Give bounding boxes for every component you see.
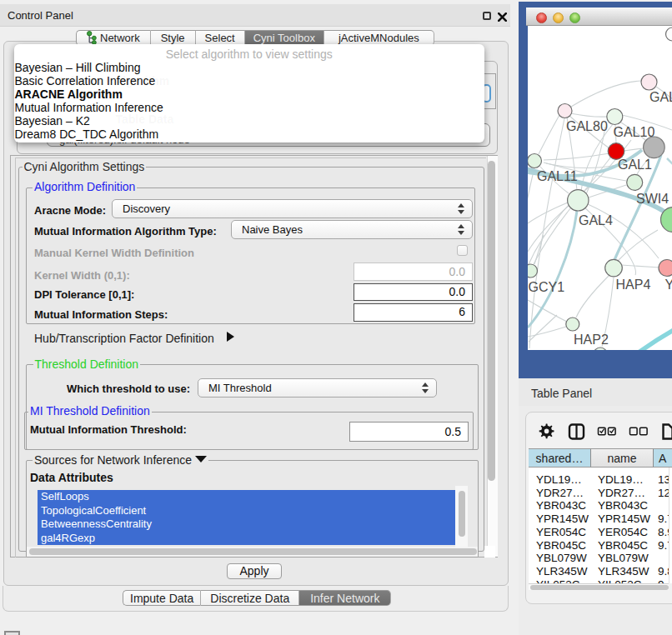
svg-text:YJ: YJ bbox=[665, 278, 672, 292]
svg-text:GAL80: GAL80 bbox=[566, 119, 608, 133]
svg-text:GAL2: GAL2 bbox=[649, 90, 672, 104]
svg-text:GAL10: GAL10 bbox=[614, 125, 655, 139]
svg-text:GAL11: GAL11 bbox=[537, 169, 578, 183]
svg-text:HAP4: HAP4 bbox=[616, 278, 651, 292]
svg-text:GAL4: GAL4 bbox=[579, 213, 613, 228]
svg-text:SWI4: SWI4 bbox=[636, 192, 669, 206]
svg-text:GCY1: GCY1 bbox=[529, 280, 565, 294]
svg-text:HAP2: HAP2 bbox=[574, 332, 609, 347]
svg-text:GAL1: GAL1 bbox=[618, 158, 652, 172]
